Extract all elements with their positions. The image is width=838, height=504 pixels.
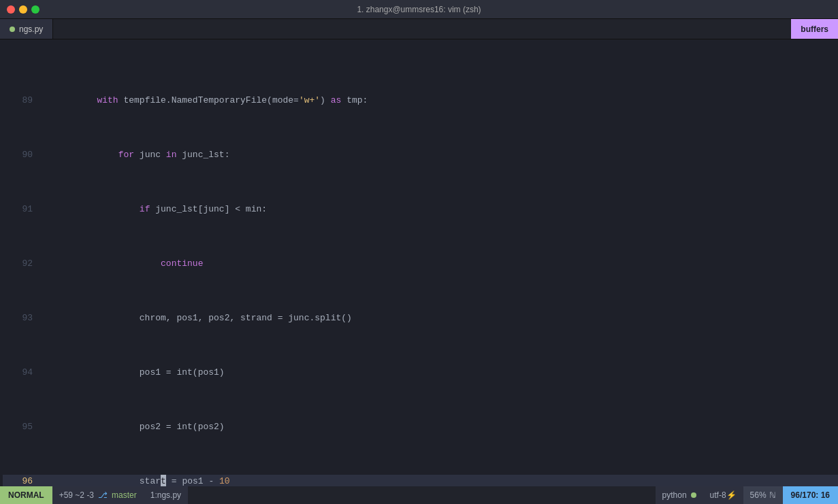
window-title: 1. zhangx@ummsres16: vim (zsh) <box>357 5 481 14</box>
table-row: 90 for junc in junc_lst: <box>3 148 838 162</box>
table-row: 91 if junc_lst[junc] < min: <box>3 203 838 216</box>
line-number: 95 <box>3 420 38 434</box>
line-number: 91 <box>3 203 38 216</box>
tab-ngs-py[interactable]: ngs.py <box>0 19 53 39</box>
status-percent: 56% ℕ <box>743 486 783 504</box>
table-row: 95 pos2 = int(pos2) <box>3 420 838 434</box>
line-content: for junc in junc_lst: <box>53 148 838 162</box>
status-bar: NORMAL +59 ~2 -3 ⎇ master 1:ngs.py pytho… <box>0 486 838 504</box>
line-gutter <box>38 366 53 380</box>
status-file: 1:ngs.py <box>144 486 188 504</box>
code-area[interactable]: 89 with tempfile.NamedTemporaryFile(mode… <box>0 39 838 486</box>
line-number: 94 <box>3 366 38 380</box>
line-gutter <box>38 257 53 271</box>
table-row: 92 continue <box>3 257 838 271</box>
status-encoding: utf-8 ⚡ <box>703 486 743 504</box>
title-bar: 1. zhangx@ummsres16: vim (zsh) <box>0 0 838 19</box>
status-position: 96/170 : 16 <box>783 486 838 504</box>
line-content: start = pos1 - 10 <box>53 475 838 486</box>
line-number: 90 <box>3 148 38 162</box>
line-content: pos2 = int(pos2) <box>53 420 838 434</box>
line-gutter <box>38 312 53 325</box>
line-number: 92 <box>3 257 38 271</box>
line-number: 96 <box>3 475 38 486</box>
table-row: 93 chrom, pos1, pos2, strand = junc.spli… <box>3 312 838 325</box>
tab-indicator <box>10 27 15 32</box>
table-row: 89 with tempfile.NamedTemporaryFile(mode… <box>3 94 838 107</box>
line-content: continue <box>53 257 838 271</box>
table-row: 96 start = pos1 - 10 <box>3 475 838 486</box>
status-git: +59 ~2 -3 ⎇ master <box>52 486 144 504</box>
line-gutter <box>38 203 53 216</box>
maximize-button[interactable] <box>31 5 39 14</box>
status-mode: NORMAL <box>0 486 52 504</box>
minimize-button[interactable] <box>19 5 27 14</box>
line-gutter <box>38 94 53 107</box>
tab-label: ngs.py <box>19 24 43 34</box>
table-row: 94 pos1 = int(pos1) <box>3 366 838 380</box>
line-content: if junc_lst[junc] < min: <box>53 203 838 216</box>
line-content: chrom, pos1, pos2, strand = junc.split() <box>53 312 838 325</box>
tab-bar: ngs.py buffers <box>0 19 838 39</box>
line-content: with tempfile.NamedTemporaryFile(mode='w… <box>53 94 838 107</box>
editor-area: 89 with tempfile.NamedTemporaryFile(mode… <box>0 39 838 486</box>
line-gutter <box>38 148 53 162</box>
status-language: python <box>656 486 703 504</box>
line-gutter <box>38 475 53 486</box>
language-indicator <box>691 492 696 498</box>
line-content: pos1 = int(pos1) <box>53 366 838 380</box>
window-controls <box>7 5 39 14</box>
git-branch: master <box>112 490 137 500</box>
line-gutter <box>38 420 53 434</box>
line-number: 89 <box>3 94 38 107</box>
close-button[interactable] <box>7 5 15 14</box>
line-number: 93 <box>3 312 38 325</box>
buffers-button[interactable]: buffers <box>791 19 838 39</box>
